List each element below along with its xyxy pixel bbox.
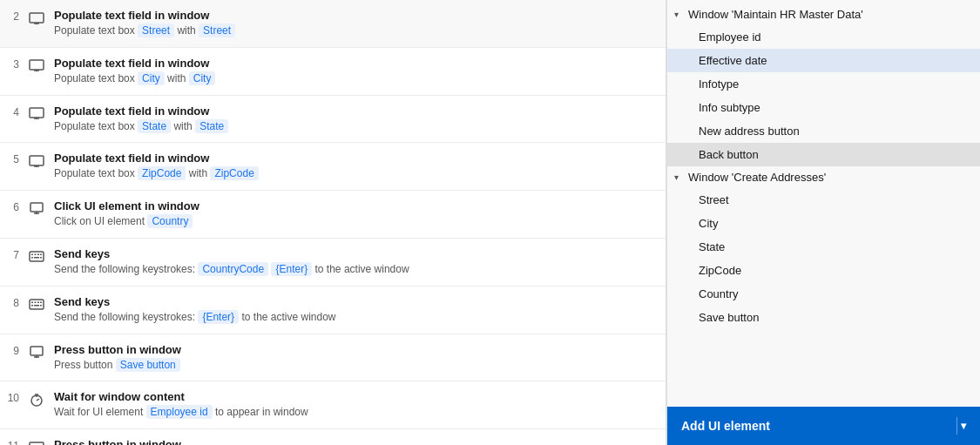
tree-group-header[interactable]: ▾Window 'Create Addresses' (667, 166, 980, 188)
tree-item[interactable]: Back button (667, 143, 980, 166)
step-number: 10 (7, 390, 19, 404)
step-description: Populate text box State with State (54, 119, 655, 134)
tree-item[interactable]: Employee id (667, 25, 980, 49)
step-title: Press button in window (54, 343, 655, 356)
step-content: Populate text field in windowPopulate te… (54, 9, 655, 38)
step-title: Press button in window (54, 438, 655, 445)
step-title: Send keys (54, 295, 655, 308)
keyboard-icon (28, 296, 45, 314)
svg-rect-26 (37, 302, 39, 304)
tree-group-header[interactable]: ▾Window 'Maintain HR Master Data' (667, 3, 980, 25)
svg-rect-16 (31, 254, 33, 256)
step-field-tag: CountryCode (198, 262, 268, 276)
svg-rect-31 (30, 347, 43, 355)
step-number: 11 (7, 438, 19, 445)
tree-item[interactable]: Info subtype (667, 96, 980, 119)
tree-item[interactable]: Street (667, 188, 980, 212)
svg-rect-15 (30, 252, 44, 261)
step-value-tag: City (189, 71, 216, 85)
svg-rect-30 (40, 305, 42, 307)
step-title: Click UI element in window (54, 199, 655, 212)
step-row[interactable]: 3 Populate text field in windowPopulate … (0, 48, 666, 96)
right-panel: ▾Window 'Maintain HR Master Data'Employe… (666, 0, 980, 445)
step-field-tag: Street (138, 24, 174, 37)
step-number: 3 (7, 57, 19, 71)
svg-rect-3 (30, 60, 44, 70)
step-content: Press button in windowPress button Save … (54, 343, 655, 373)
tree-group-label: Window 'Create Addresses' (688, 171, 826, 184)
step-value-tag: ZipCode (210, 166, 258, 180)
step-description: Click on UI element Country (54, 214, 655, 229)
step-description: Press button Save button (54, 358, 655, 373)
svg-line-37 (37, 399, 39, 401)
tree-item[interactable]: Country (667, 282, 980, 306)
step-field-tag: City (138, 71, 165, 85)
step-row[interactable]: 9 Press button in windowPress button Sav… (0, 334, 666, 382)
step-row[interactable]: 4 Populate text field in windowPopulate … (0, 96, 666, 144)
button-right-section: ▾ (956, 417, 966, 435)
step-content: Wait for window contentWait for UI eleme… (54, 390, 655, 420)
svg-rect-19 (40, 254, 42, 256)
svg-rect-18 (37, 254, 39, 256)
button-separator (956, 417, 957, 435)
cursor-icon (28, 344, 45, 361)
keyboard-icon (28, 248, 45, 266)
step-row[interactable]: 8 Send keysSend the following keystrokes… (0, 287, 666, 334)
step-row[interactable]: 10 Wait for window contentWait for UI el… (0, 381, 666, 429)
step-value-tag: State (195, 119, 228, 133)
svg-rect-28 (31, 305, 33, 307)
step-row[interactable]: 7 Send keysSend the following keystrokes… (0, 239, 666, 287)
svg-rect-22 (40, 257, 42, 259)
step-row[interactable]: 2 Populate text field in windowPopulate … (0, 0, 666, 48)
dropdown-arrow-icon[interactable]: ▾ (961, 420, 966, 432)
svg-rect-23 (30, 300, 44, 309)
step-number: 9 (7, 343, 19, 357)
tree-container: ▾Window 'Maintain HR Master Data'Employe… (667, 0, 980, 407)
step-content: Press button in window (54, 438, 655, 445)
monitor-icon (28, 57, 45, 75)
tree-item[interactable]: Save button (667, 306, 980, 329)
step-content: Send keysSend the following keystrokes: … (54, 295, 655, 325)
step-title: Send keys (54, 247, 655, 260)
tree-item[interactable]: Infotype (667, 72, 980, 96)
tree-group: ▾Window 'Create Addresses'StreetCityStat… (667, 166, 980, 329)
step-title: Populate text field in window (54, 105, 655, 118)
tree-item[interactable]: City (667, 212, 980, 235)
step-number: 6 (7, 199, 19, 213)
monitor-icon (28, 439, 45, 445)
monitor-icon (28, 152, 45, 170)
tree-item[interactable]: State (667, 235, 980, 259)
tree-item[interactable]: Effective date (667, 49, 980, 72)
step-content: Populate text field in windowPopulate te… (54, 105, 655, 134)
monitor-icon (28, 105, 45, 123)
step-value-tag: Street (199, 24, 235, 37)
svg-rect-27 (40, 302, 42, 304)
svg-rect-6 (30, 108, 44, 118)
step-field-tag: State (138, 119, 171, 133)
svg-rect-17 (35, 254, 37, 256)
step-number: 5 (7, 152, 19, 165)
svg-rect-12 (30, 203, 43, 212)
step-field-tag: {Enter} (198, 310, 239, 324)
step-title: Wait for window content (54, 390, 655, 403)
chevron-down-icon: ▾ (674, 10, 685, 19)
monitor-icon (28, 10, 45, 27)
step-description: Populate text box City with City (54, 71, 655, 86)
tree-group: ▾Window 'Maintain HR Master Data'Employe… (667, 3, 980, 166)
step-title: Populate text field in window (54, 9, 655, 22)
step-content: Click UI element in windowClick on UI el… (54, 199, 655, 229)
tree-item[interactable]: New address button (667, 119, 980, 143)
step-content: Populate text field in windowPopulate te… (54, 152, 655, 181)
add-ui-element-button[interactable]: Add UI element ▾ (667, 407, 980, 445)
step-row[interactable]: 11 Press button in window (0, 429, 666, 445)
left-panel: 2 Populate text field in windowPopulate … (0, 0, 666, 445)
svg-rect-20 (31, 257, 33, 259)
tree-item[interactable]: ZipCode (667, 259, 980, 282)
step-title: Populate text field in window (54, 57, 655, 70)
step-row[interactable]: 6 Click UI element in windowClick on UI … (0, 191, 666, 239)
step-row[interactable]: 5 Populate text field in windowPopulate … (0, 143, 666, 191)
svg-rect-0 (30, 13, 44, 23)
step-number: 2 (7, 9, 19, 23)
svg-rect-25 (35, 302, 37, 304)
svg-rect-9 (30, 156, 44, 165)
